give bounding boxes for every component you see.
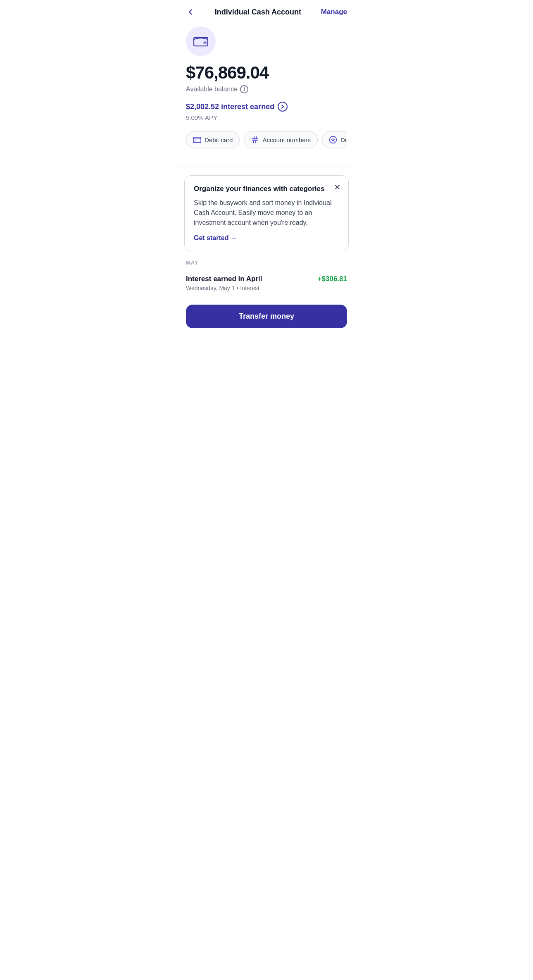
hash-icon: [251, 136, 259, 144]
svg-line-8: [254, 137, 255, 143]
promo-card: ✕ Organize your finances with categories…: [184, 175, 349, 251]
transaction-left: Interest earned in April Wednesday, May …: [186, 275, 262, 291]
account-numbers-label: Account numbers: [262, 136, 311, 143]
balance-amount: $76,869.04: [186, 63, 347, 83]
svg-rect-3: [193, 137, 201, 142]
direct-deposit-label: Direct deposit: [340, 136, 347, 143]
section-divider: [178, 167, 355, 167]
promo-close-button[interactable]: ✕: [334, 182, 341, 192]
get-started-button[interactable]: Get started →: [194, 234, 237, 242]
month-label: MAY: [186, 260, 347, 266]
apy-text: 5.00% APY: [186, 114, 347, 121]
promo-title: Organize your finances with categories: [194, 185, 339, 193]
transaction-title: Interest earned in April: [186, 275, 262, 283]
transfer-btn-container: Transfer money: [178, 298, 355, 338]
debit-card-button[interactable]: Debit card: [186, 131, 240, 148]
table-row: Interest earned in April Wednesday, May …: [186, 272, 347, 298]
interest-details-icon[interactable]: [278, 102, 288, 112]
account-section: $76,869.04 Available balance i $2,002.52…: [178, 22, 355, 158]
credit-card-icon: [193, 137, 201, 143]
transfer-money-button[interactable]: Transfer money: [186, 305, 347, 328]
header: Individual Cash Account Manage: [178, 0, 355, 22]
direct-deposit-button[interactable]: Direct deposit: [322, 131, 347, 148]
svg-line-9: [256, 137, 257, 143]
svg-point-2: [205, 42, 206, 43]
promo-body: Skip the busywork and sort money in Indi…: [194, 198, 339, 228]
wallet-icon: [193, 35, 209, 48]
page-title: Individual Cash Account: [215, 8, 301, 17]
back-button[interactable]: [186, 7, 195, 17]
debit-card-label: Debit card: [205, 136, 233, 143]
account-numbers-button[interactable]: Account numbers: [244, 131, 318, 148]
download-icon: [329, 136, 337, 144]
interest-row: $2,002.52 interest earned: [186, 102, 347, 112]
balance-label: Available balance i: [186, 85, 347, 93]
wallet-icon-circle: [186, 26, 216, 56]
action-buttons: Debit card Account numbers: [186, 131, 347, 150]
manage-button[interactable]: Manage: [321, 8, 347, 16]
interest-earned-text: $2,002.52 interest earned: [186, 103, 274, 111]
transaction-subtitle: Wednesday, May 1 • Interest: [186, 285, 262, 291]
transactions-section: MAY Interest earned in April Wednesday, …: [178, 251, 355, 298]
balance-info-icon[interactable]: i: [240, 85, 248, 93]
transaction-amount: +$306.81: [318, 275, 347, 283]
